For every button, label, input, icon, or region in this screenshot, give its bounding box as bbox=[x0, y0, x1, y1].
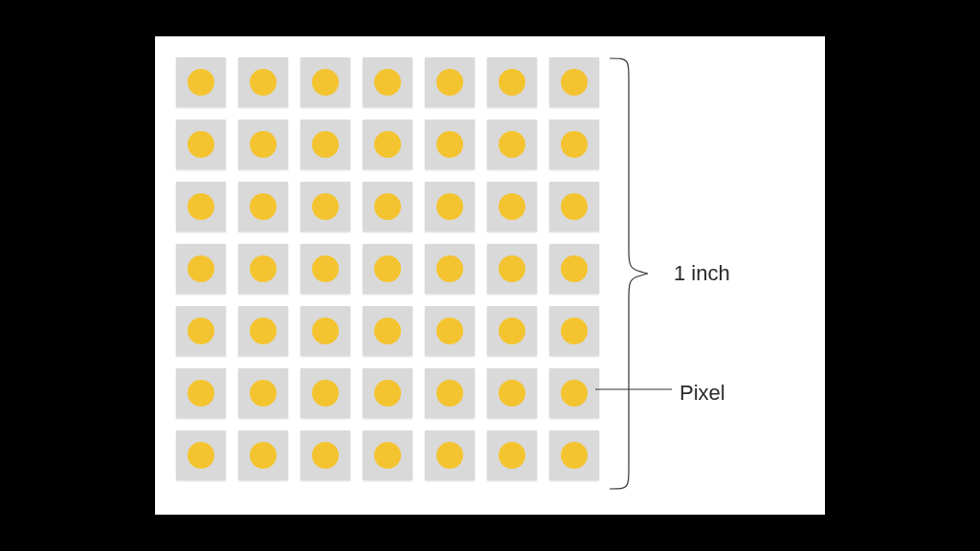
pixel-dot bbox=[188, 255, 214, 282]
pixel-dot bbox=[499, 131, 525, 158]
pixel-dot bbox=[499, 255, 525, 282]
pixel-tile bbox=[549, 182, 599, 231]
pixel-tile bbox=[176, 430, 226, 480]
pixel-tile bbox=[363, 306, 412, 356]
pixel-tile bbox=[487, 244, 537, 294]
pixel-dot bbox=[374, 380, 401, 407]
pixel-dot bbox=[250, 193, 277, 220]
pixel-dot bbox=[436, 69, 463, 96]
pixel-tile bbox=[176, 182, 226, 231]
pixel-dot bbox=[250, 318, 277, 344]
pixel-dot bbox=[436, 380, 463, 407]
pixel-dot bbox=[250, 131, 277, 158]
pixel-tile bbox=[301, 368, 350, 418]
pixel-tile bbox=[238, 368, 288, 418]
pixel-dot bbox=[561, 193, 588, 220]
pixel-dot bbox=[374, 69, 401, 96]
pixel-tile bbox=[363, 57, 412, 107]
pixel-tile bbox=[425, 182, 475, 231]
pixel-dot bbox=[188, 131, 214, 158]
pixel-dot bbox=[250, 442, 277, 469]
pixel-dot bbox=[250, 255, 277, 282]
pixel-dot bbox=[188, 193, 214, 220]
pixel-dot bbox=[436, 193, 463, 220]
pixel-tile bbox=[549, 368, 599, 418]
pixel-dot bbox=[188, 442, 214, 469]
pixel-tile bbox=[549, 120, 599, 169]
pixel-dot bbox=[188, 380, 214, 407]
pixel-tile bbox=[549, 430, 599, 480]
pixel-label: Pixel bbox=[679, 381, 725, 406]
pixel-tile bbox=[487, 306, 537, 356]
pixel-tile bbox=[487, 120, 537, 169]
pixel-dot bbox=[188, 69, 214, 96]
pixel-tile bbox=[425, 368, 475, 418]
pixel-tile bbox=[238, 430, 288, 480]
pixel-grid bbox=[176, 57, 597, 493]
pixel-tile bbox=[487, 430, 537, 480]
pixel-dot bbox=[312, 193, 339, 220]
pixel-tile bbox=[238, 120, 288, 169]
pixel-dot bbox=[312, 380, 339, 407]
pixel-tile bbox=[487, 182, 537, 231]
pixel-tile bbox=[363, 120, 412, 169]
pixel-tile bbox=[425, 244, 475, 294]
pixel-tile bbox=[487, 368, 537, 418]
height-label: 1 inch bbox=[674, 261, 730, 286]
pixel-tile bbox=[425, 57, 475, 107]
height-brace bbox=[605, 54, 662, 494]
pixel-tile bbox=[487, 57, 537, 107]
pixel-tile bbox=[301, 57, 350, 107]
pixel-tile bbox=[425, 120, 475, 169]
pixel-tile bbox=[238, 244, 288, 294]
pixel-dot bbox=[499, 442, 525, 469]
pixel-dot bbox=[250, 380, 277, 407]
pixel-dot bbox=[188, 318, 214, 344]
pixel-tile bbox=[238, 306, 288, 356]
pixel-dot bbox=[561, 131, 588, 158]
pixel-dot bbox=[561, 69, 588, 96]
pixel-dot bbox=[374, 193, 401, 220]
pixel-tile bbox=[238, 182, 288, 231]
pixel-tile bbox=[425, 306, 475, 356]
pixel-dot bbox=[374, 318, 401, 344]
pixel-dot bbox=[312, 442, 339, 469]
pixel-tile bbox=[301, 182, 350, 231]
pixel-dot bbox=[499, 380, 525, 407]
pixel-tile bbox=[363, 182, 412, 231]
pixel-tile bbox=[176, 57, 226, 107]
pixel-dot bbox=[312, 131, 339, 158]
pixel-tile bbox=[301, 120, 350, 169]
pixel-dot bbox=[561, 442, 588, 469]
pixel-tile bbox=[549, 244, 599, 294]
diagram-canvas: 1 inch Pixel bbox=[155, 36, 825, 515]
pixel-dot bbox=[250, 69, 277, 96]
pixel-dot bbox=[374, 255, 401, 282]
pixel-tile bbox=[363, 368, 412, 418]
pixel-tile bbox=[176, 120, 226, 169]
pixel-dot bbox=[312, 318, 339, 344]
pixel-dot bbox=[374, 131, 401, 158]
pixel-tile bbox=[425, 430, 475, 480]
pixel-dot bbox=[561, 255, 588, 282]
pixel-tile bbox=[238, 57, 288, 107]
pixel-dot bbox=[499, 193, 525, 220]
pixel-tile bbox=[176, 368, 226, 418]
pixel-dot bbox=[499, 69, 525, 96]
pixel-tile bbox=[176, 306, 226, 356]
pixel-tile bbox=[363, 244, 412, 294]
pixel-pointer-line bbox=[595, 388, 672, 390]
pixel-tile bbox=[301, 430, 350, 480]
pixel-tile bbox=[176, 244, 226, 294]
pixel-dot bbox=[499, 318, 525, 344]
diagram-stage: 1 inch Pixel bbox=[0, 0, 980, 551]
pixel-dot bbox=[374, 442, 401, 469]
pixel-tile bbox=[549, 306, 599, 356]
pixel-tile bbox=[301, 306, 350, 356]
pixel-dot bbox=[436, 131, 463, 158]
pixel-dot bbox=[312, 69, 339, 96]
pixel-tile bbox=[549, 57, 599, 107]
pixel-tile bbox=[301, 244, 350, 294]
pixel-dot bbox=[436, 318, 463, 344]
pixel-tile bbox=[363, 430, 412, 480]
